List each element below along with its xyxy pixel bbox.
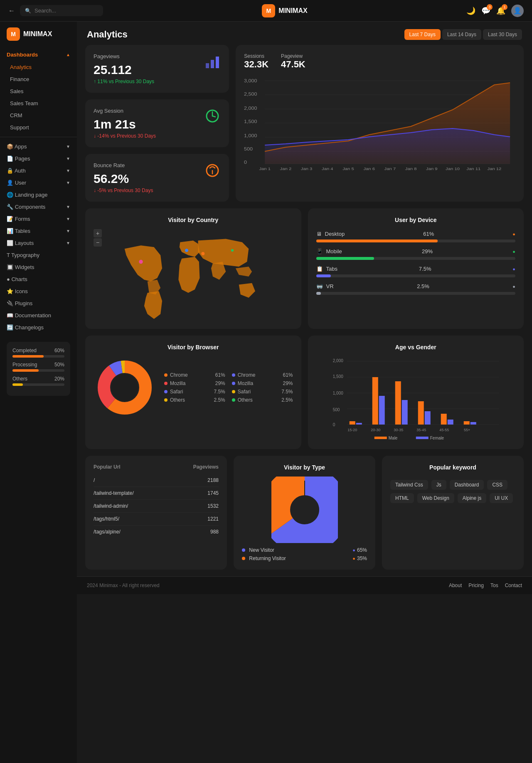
url-views-3: 1221 [207, 516, 219, 522]
device-vr-dot: ● [512, 284, 515, 289]
sidebar-item-apps[interactable]: 📦 Apps ▼ [0, 141, 77, 153]
browser-mozilla-pct2: 29% [283, 380, 293, 386]
browser-chart-area: Chrome 61% Chrome 61% [94, 356, 293, 419]
browser-others-pct2: 2.5% [281, 397, 293, 403]
browser-others-pct2-label: Others [238, 397, 253, 403]
svg-text:20-30: 20-30 [371, 428, 380, 432]
sidebar-item-sales[interactable]: Sales [0, 85, 77, 97]
sidebar-item-forms[interactable]: 📝 Forms ▼ [0, 213, 77, 225]
svg-text:Jan 7: Jan 7 [384, 167, 396, 171]
svg-point-36 [201, 252, 204, 255]
svg-point-34 [139, 260, 143, 264]
footer-link-pricing[interactable]: Pricing [468, 583, 484, 588]
svg-rect-60 [424, 411, 430, 425]
keyword-tags: Tailwind Css Js Dashboard CSS HTML Web D… [390, 477, 515, 503]
svg-text:Jan 12: Jan 12 [488, 167, 502, 171]
svg-text:55+: 55+ [464, 428, 470, 432]
sidebar-item-auth[interactable]: 🔒 Auth ▼ [0, 165, 77, 177]
svg-rect-56 [379, 396, 384, 425]
svg-rect-55 [372, 377, 378, 425]
device-tabs-bar [316, 274, 331, 277]
sidebar-item-analytics[interactable]: Analytics [0, 61, 77, 73]
svg-text:Male: Male [388, 436, 397, 440]
progress-others-pct: 20% [54, 376, 64, 382]
returning-visitor-label: Returning Visitor [249, 556, 286, 561]
svg-text:2,500: 2,500 [244, 92, 257, 96]
sidebar-item-finance[interactable]: Finance [0, 73, 77, 85]
url-path-1: /tailwind-template/ [94, 490, 134, 496]
popular-url-card: Popular Url Pageviews / 2188 /tailwind-t… [85, 456, 227, 570]
date-filters: Last 7 Days Last 14 Days Last 30 Days [404, 29, 522, 40]
sidebar-item-plugins[interactable]: 🔌 Plugins [0, 297, 77, 309]
sidebar-item-widgets[interactable]: 🔲 Widgets [0, 261, 77, 273]
keyword-tag-5[interactable]: Web Design [417, 493, 454, 503]
notifications-button[interactable]: 🔔 1 [496, 6, 505, 15]
keyword-tag-1[interactable]: Js [431, 480, 446, 490]
svg-text:30-35: 30-35 [394, 428, 403, 432]
sidebar-item-components[interactable]: 🔧 Components ▼ [0, 201, 77, 213]
sidebar-item-icons[interactable]: ⭐ Icons [0, 285, 77, 297]
date-filter-7[interactable]: Last 7 Days [404, 29, 441, 40]
svg-text:Jan 9: Jan 9 [426, 167, 438, 171]
sessions-metric-label: Sessions [244, 53, 268, 59]
search-box: 🔍 [20, 5, 103, 16]
browser-mozilla-pct2-label: Mozilla [238, 380, 253, 386]
sidebar-item-charts[interactable]: ● Charts [0, 273, 77, 285]
url-col1-header: Popular Url [94, 464, 121, 470]
sidebar-item-documentation[interactable]: 📖 Documentation [0, 309, 77, 321]
search-input[interactable] [34, 7, 98, 14]
svg-text:1,500: 1,500 [244, 119, 257, 124]
device-mobile-dot: ● [512, 249, 515, 254]
keyword-tag-3[interactable]: CSS [487, 480, 507, 490]
sidebar-item-typography[interactable]: T Typography [0, 249, 77, 261]
footer-link-tos[interactable]: Tos [490, 583, 498, 588]
sessions-chart-card: Sessions 32.3K Pageview 47.5K 3,000 2,50… [236, 45, 524, 202]
device-tabs-pct: 7.5% [419, 266, 431, 272]
keyword-tag-6[interactable]: Alpine js [458, 493, 486, 503]
sidebar-item-tables[interactable]: 📊 Tables ▼ [0, 225, 77, 237]
sidebar-item-changelogs[interactable]: 🔄 Changelogs [0, 321, 77, 333]
url-row-1: /tailwind-template/ 1745 [94, 487, 219, 500]
svg-rect-59 [418, 401, 424, 425]
url-views-2: 1532 [207, 503, 219, 509]
new-visitor-label: New Visitor [249, 547, 274, 553]
keyword-tag-0[interactable]: Tailwind Css [390, 480, 428, 490]
browser-chrome-pct: 61% [215, 372, 225, 378]
date-filter-14[interactable]: Last 14 Days [442, 29, 481, 40]
svg-text:Jan 6: Jan 6 [364, 167, 375, 171]
keyword-tag-4[interactable]: HTML [390, 493, 414, 503]
new-visitor-pct: 65% [357, 547, 367, 553]
footer-link-contact[interactable]: Contact [505, 583, 522, 588]
world-map-svg [94, 229, 293, 321]
messages-button[interactable]: 💬 3 [481, 6, 490, 15]
keyword-tag-7[interactable]: UI UX [490, 493, 513, 503]
dashboards-group[interactable]: Dashboards ▲ [0, 48, 77, 61]
sidebar-item-sales-team[interactable]: Sales Team [0, 97, 77, 109]
sidebar-item-landing[interactable]: 🌐 Landing page [0, 189, 77, 201]
sidebar-item-pages[interactable]: 📄 Pages ▼ [0, 153, 77, 165]
keyword-tag-2[interactable]: Dashboard [450, 480, 484, 490]
map-zoom-out[interactable]: − [94, 238, 102, 247]
sidebar-item-layouts[interactable]: ⬜ Layouts ▼ [0, 237, 77, 249]
map-zoom-in[interactable]: + [94, 229, 102, 237]
progress-section: Completed 60% Processing 50% Others [7, 342, 70, 396]
svg-text:15-20: 15-20 [347, 428, 357, 432]
svg-rect-57 [395, 381, 401, 425]
date-filter-30[interactable]: Last 30 Days [483, 29, 522, 40]
footer-link-about[interactable]: About [449, 583, 462, 588]
svg-rect-64 [470, 422, 476, 425]
pageviews-value: 25.112 [94, 63, 132, 77]
progress-completed-bar [12, 355, 44, 358]
sidebar: M MINIMAX Dashboards ▲ Analytics Finance… [0, 22, 77, 763]
sidebar-item-crm[interactable]: CRM [0, 109, 77, 121]
sidebar-item-user[interactable]: 👤 User ▼ [0, 177, 77, 189]
svg-text:Jan 3: Jan 3 [301, 167, 313, 171]
device-tabs-dot: ● [512, 267, 515, 272]
sidebar-item-support[interactable]: Support [0, 121, 77, 133]
dark-mode-toggle[interactable]: 🌙 [466, 6, 475, 15]
svg-text:0: 0 [244, 160, 247, 165]
pageview-metric-value: 47.5K [281, 59, 305, 70]
user-avatar[interactable]: 👤 [511, 5, 524, 17]
back-button[interactable]: ← [8, 7, 15, 15]
browser-chrome-pct2: 61% [283, 372, 293, 378]
